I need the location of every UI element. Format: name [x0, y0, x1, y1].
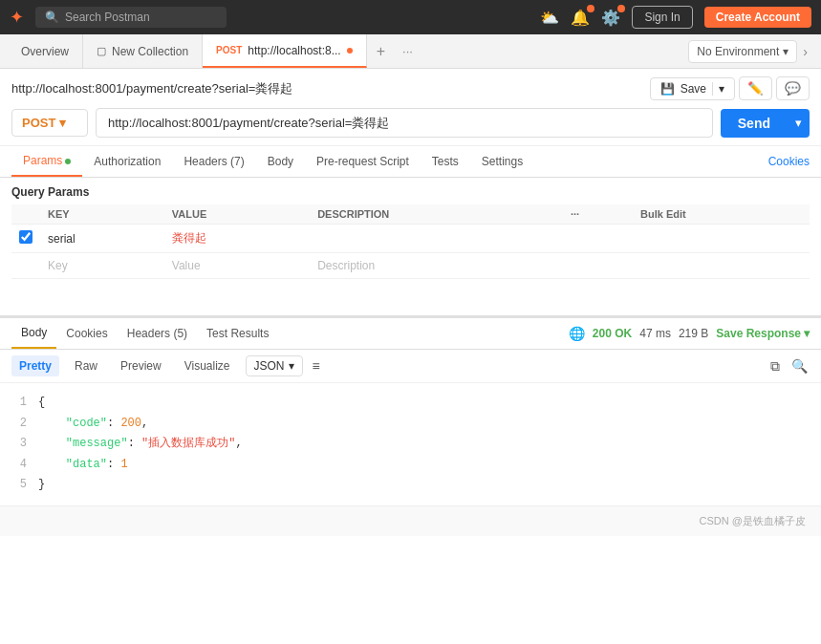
request-area: http://localhost:8001/payment/create?ser…	[0, 69, 821, 146]
edit-icon-button[interactable]: ✏️	[739, 76, 772, 100]
placeholder-checkbox-cell	[11, 253, 40, 279]
code-line-5: 5 }	[11, 475, 810, 496]
col-more-header: ···	[563, 204, 633, 225]
env-selector[interactable]: No Environment ▾	[688, 40, 797, 63]
format-bar: Pretty Raw Preview Visualize JSON ▾ ≡ ⧉ …	[0, 350, 821, 383]
param-key[interactable]: serial	[40, 225, 164, 253]
row-checkbox-cell[interactable]	[11, 225, 40, 253]
signin-button[interactable]: Sign In	[632, 6, 692, 29]
search-placeholder: Search Postman	[65, 11, 150, 24]
tab-new-collection[interactable]: ▢ New Collection	[83, 34, 203, 68]
save-icon: 💾	[660, 82, 675, 96]
row-checkbox[interactable]	[19, 230, 32, 244]
param-description[interactable]	[310, 225, 563, 253]
placeholder-description[interactable]: Description	[310, 253, 563, 279]
search-bar[interactable]: 🔍 Search Postman	[35, 7, 227, 28]
search-code-button[interactable]: 🔍	[789, 356, 810, 376]
code-line-2: 2 "code": 200,	[11, 414, 810, 435]
tab-settings[interactable]: Settings	[470, 147, 534, 176]
url-input[interactable]	[96, 108, 713, 138]
fmt-action-icons: ⧉ 🔍	[768, 356, 810, 376]
tab-new-collection-label: New Collection	[112, 45, 188, 58]
search-icon: 🔍	[45, 11, 59, 24]
fmt-raw[interactable]: Raw	[67, 355, 105, 376]
placeholder-key[interactable]: Key	[40, 253, 164, 279]
bell-icon[interactable]: 🔔	[571, 9, 590, 27]
nav-icons: ⛅ 🔔 ⚙️ Sign In Create Account	[540, 6, 811, 29]
col-key-header: KEY	[40, 204, 164, 225]
placeholder-value[interactable]: Value	[164, 253, 310, 279]
param-value[interactable]: 粪得起	[164, 225, 310, 253]
env-dropdown-icon: ▾	[783, 45, 789, 58]
rtab-test-results[interactable]: Test Results	[197, 319, 278, 348]
format-dropdown-icon: ▾	[289, 359, 294, 373]
fmt-visualize[interactable]: Visualize	[177, 355, 238, 376]
fmt-preview[interactable]: Preview	[113, 355, 169, 376]
tab-params[interactable]: Params	[11, 146, 82, 177]
tab-modified-dot	[347, 48, 353, 54]
spacer	[0, 287, 821, 315]
tab-authorization[interactable]: Authorization	[82, 147, 172, 176]
params-active-dot	[65, 159, 71, 164]
tab-bar: Overview ▢ New Collection POST http://lo…	[0, 34, 821, 69]
nav-right-arrow[interactable]: ›	[797, 44, 813, 59]
copy-button[interactable]: ⧉	[768, 356, 782, 376]
query-params-label: Query Params	[11, 185, 810, 199]
col-bulk-edit[interactable]: Bulk Edit	[633, 204, 810, 225]
save-label: Save	[681, 82, 706, 96]
status-code: 200 OK	[593, 327, 632, 340]
col-checkbox	[11, 204, 40, 225]
tab-active-request[interactable]: POST http://localhost:8...	[203, 34, 367, 68]
format-wrap-button[interactable]: ≡	[311, 356, 322, 376]
params-tabs: Params Authorization Headers (7) Body Pr…	[0, 146, 821, 178]
table-row: serial 粪得起	[11, 225, 810, 253]
col-desc-header: DESCRIPTION	[310, 204, 563, 225]
send-button[interactable]: Send	[721, 109, 788, 138]
tab-headers[interactable]: Headers (7)	[172, 147, 255, 176]
method-dropdown-icon: ▾	[59, 116, 66, 130]
save-response-button[interactable]: Save Response ▾	[716, 327, 810, 340]
postman-logo: ✦	[10, 7, 24, 28]
tab-body[interactable]: Body	[256, 147, 305, 176]
tab-add-button[interactable]: +	[367, 43, 395, 60]
tab-more-button[interactable]: ···	[395, 44, 421, 58]
code-line-1: 1 {	[11, 393, 810, 414]
row-empty	[633, 225, 810, 253]
code-line-4: 4 "data": 1	[11, 455, 810, 476]
globe-icon: 🌐	[569, 326, 585, 341]
tab-overview[interactable]: Overview	[8, 34, 83, 68]
tab-active-url: http://localhost:8...	[248, 44, 340, 57]
format-label: JSON	[254, 359, 285, 373]
format-select[interactable]: JSON ▾	[246, 355, 303, 376]
cloud-icon[interactable]: ⛅	[540, 9, 559, 27]
settings-icon[interactable]: ⚙️	[601, 9, 620, 27]
save-button[interactable]: 💾 Save ▾	[650, 77, 735, 100]
url-bar: POST ▾ Send ▾	[11, 108, 810, 138]
tab-tests[interactable]: Tests	[421, 147, 470, 176]
title-actions: 💾 Save ▾ ✏️ 💬	[650, 76, 810, 100]
method-select[interactable]: POST ▾	[11, 109, 88, 137]
code-line-3: 3 "message": "插入数据库成功",	[11, 434, 810, 455]
rtab-cookies[interactable]: Cookies	[56, 319, 117, 348]
fmt-pretty[interactable]: Pretty	[11, 355, 59, 376]
query-params-section: Query Params KEY VALUE DESCRIPTION ··· B…	[0, 178, 821, 287]
row-more[interactable]	[563, 225, 633, 253]
env-label: No Environment	[697, 45, 779, 58]
response-time: 47 ms	[639, 327, 671, 340]
rtab-headers[interactable]: Headers (5)	[118, 319, 197, 348]
response-area: Body Cookies Headers (5) Test Results 🌐 …	[0, 315, 821, 505]
send-button-wrapper: Send ▾	[721, 109, 810, 138]
method-label: POST	[22, 116, 55, 130]
top-nav: ✦ 🔍 Search Postman ⛅ 🔔 ⚙️ Sign In Create…	[0, 0, 821, 34]
response-tabs-bar: Body Cookies Headers (5) Test Results 🌐 …	[0, 318, 821, 350]
create-account-button[interactable]: Create Account	[704, 7, 811, 28]
rtab-body[interactable]: Body	[11, 318, 56, 349]
watermark: CSDN @是铁血橘子皮	[0, 505, 821, 536]
table-row-placeholder: Key Value Description	[11, 253, 810, 279]
tab-prerequest[interactable]: Pre-request Script	[305, 147, 421, 176]
comment-icon-button[interactable]: 💬	[776, 76, 810, 100]
cookies-link[interactable]: Cookies	[768, 147, 810, 176]
request-url-title-text: http://localhost:8001/payment/create?ser…	[11, 80, 292, 97]
response-size: 219 B	[679, 327, 708, 340]
send-dropdown-button[interactable]: ▾	[788, 109, 810, 138]
